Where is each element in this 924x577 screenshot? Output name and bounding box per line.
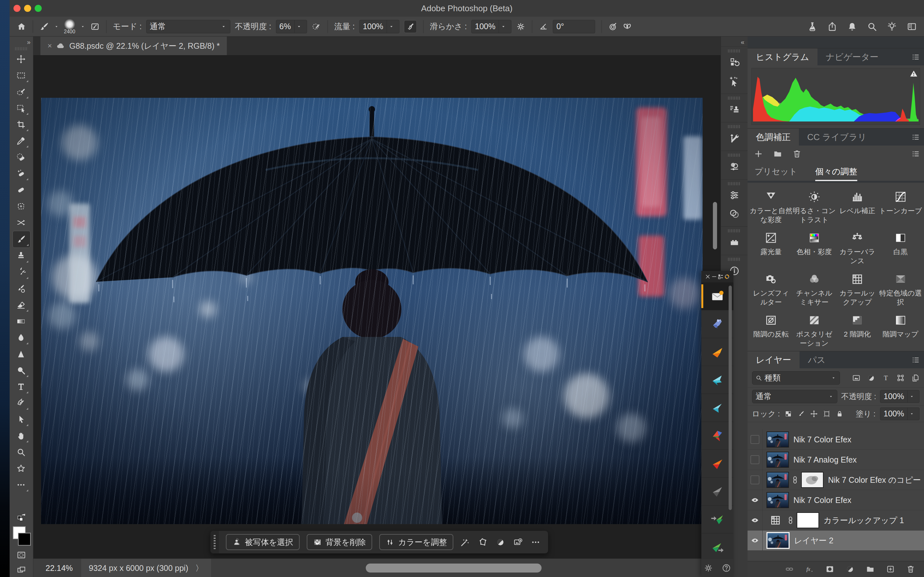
image-plus-icon[interactable] (513, 538, 523, 547)
home-icon[interactable] (17, 22, 26, 31)
layer-thumbnail[interactable] (766, 452, 789, 468)
filter-shape-icon[interactable] (897, 374, 905, 382)
opacity-field[interactable]: 6% (276, 20, 307, 33)
tab-adjustments[interactable]: 色調補正 (748, 129, 799, 146)
ctx-button-remove-bg[interactable]: 背景を削除 (307, 534, 373, 550)
tab-navigator[interactable]: ナビゲーター (817, 48, 887, 66)
chevron-down-icon[interactable] (53, 24, 59, 29)
layer-name[interactable]: Nik 7 Color Efex のコピー (828, 475, 921, 485)
adjustment-gradmap[interactable]: 階調マップ (879, 308, 922, 349)
filter-image-icon[interactable] (852, 374, 861, 382)
workspace-switcher-icon[interactable] (907, 21, 917, 32)
chevron-down-icon[interactable] (907, 390, 916, 403)
tool-dots[interactable] (13, 477, 30, 493)
chevron-right-icon[interactable]: 〉 (195, 563, 204, 574)
layer-row[interactable]: レイヤー 2 (748, 530, 924, 551)
layer-row[interactable]: カラールックアップ 1 (748, 510, 924, 530)
layer-mask-thumbnail[interactable] (801, 472, 824, 488)
tool-dodge[interactable] (13, 362, 30, 379)
pressure-size-icon[interactable] (608, 22, 618, 31)
lock-transparency-icon[interactable] (784, 410, 792, 418)
link-layers-icon[interactable] (785, 565, 794, 574)
document-tab[interactable]: × G88.psdc @ 22.1% (レイヤー 2, RGB/8) * (40, 37, 227, 55)
layer-visibility-empty[interactable] (748, 470, 762, 490)
tool-star[interactable] (13, 460, 30, 477)
layer-visibility-eye-icon[interactable] (748, 490, 762, 510)
tool-stamp[interactable] (13, 248, 30, 264)
tool-heal[interactable] (13, 182, 30, 198)
tool-move[interactable] (13, 51, 30, 67)
dock-grip[interactable] (728, 182, 741, 185)
canvas-area[interactable]: 被写体を選択背景を削除カラーを調整 (33, 55, 720, 558)
layer-thumbnail[interactable] (766, 532, 790, 549)
tab-cc-libraries[interactable]: CC ライブラリ (799, 129, 875, 146)
layer-visibility-empty[interactable] (748, 450, 762, 470)
symmetry-butterfly-icon[interactable] (622, 22, 632, 31)
tab-layers[interactable]: レイヤー (748, 351, 800, 369)
layer-row[interactable]: Nik 7 Color Efex (748, 430, 924, 450)
toolbar-expand-icon[interactable]: » (27, 37, 33, 46)
tool-type[interactable] (13, 379, 30, 395)
notifications-bell-icon[interactable] (847, 21, 857, 32)
tool-remove[interactable] (13, 149, 30, 165)
tool-brush[interactable] (13, 231, 31, 248)
plugins-panel-icon[interactable] (725, 233, 744, 251)
layer-visibility-empty[interactable] (748, 430, 762, 450)
adjustment-scales[interactable]: カラーバランス (836, 226, 879, 267)
dock-grip[interactable] (728, 229, 741, 232)
filter-adjustment-icon[interactable] (867, 374, 875, 382)
dock-grip[interactable] (728, 97, 741, 100)
new-adjustment-layer-icon[interactable] (846, 565, 855, 574)
tool-spot-heal[interactable] (13, 165, 30, 182)
chevron-down-icon[interactable] (387, 20, 396, 33)
tool-selection-brush[interactable] (13, 84, 30, 100)
nik-green-in-item[interactable] (701, 506, 733, 533)
tool-mixer-brush[interactable] (13, 280, 30, 297)
zoom-level[interactable]: 22.14% (33, 564, 73, 573)
sparkle-wand-icon[interactable] (460, 538, 470, 547)
tool-blur[interactable] (13, 330, 30, 346)
panel-menu-icon[interactable] (911, 351, 924, 369)
adjustment-camera[interactable]: レンズフィルター (750, 267, 793, 308)
fill-field[interactable]: 100% (880, 408, 919, 420)
adjustment-posterize[interactable]: ポスタリゼーション (793, 308, 836, 349)
search-icon[interactable] (867, 21, 877, 32)
layer-visibility-eye-icon[interactable] (748, 530, 762, 550)
tool-eyedropper[interactable] (13, 133, 30, 149)
layer-filter-select[interactable]: 種類 (752, 371, 840, 385)
properties-panel-icon[interactable] (725, 186, 744, 205)
lock-position-icon[interactable] (810, 410, 818, 418)
chevron-down-icon[interactable] (907, 408, 916, 420)
tools-panel-icon[interactable] (725, 129, 744, 147)
layer-row[interactable]: Nik 7 Analog Efex (748, 450, 924, 470)
gear-icon[interactable] (516, 22, 525, 31)
tool-pen[interactable] (13, 395, 30, 411)
add-adjustment-icon[interactable] (754, 149, 763, 158)
canvas-image[interactable] (41, 98, 703, 524)
filter-type-icon[interactable]: T (882, 374, 890, 382)
dock-collapse-icon[interactable]: « (721, 37, 748, 47)
layer-name[interactable]: Nik 7 Color Efex (793, 496, 851, 505)
chevron-down-icon[interactable] (294, 20, 304, 33)
lock-artboard-icon[interactable] (823, 410, 830, 418)
adjustment-threshold[interactable]: 2 階調化 (836, 308, 879, 349)
layout-settings-icon[interactable] (717, 274, 724, 280)
adjustment-exposure[interactable]: 露光量 (750, 226, 793, 267)
lock-pixels-icon[interactable] (797, 410, 805, 418)
close-icon[interactable] (704, 274, 711, 280)
mask-link-icon[interactable] (787, 516, 795, 524)
document-info[interactable]: 9324 px x 6000 px (300 ppi) 〉 (81, 559, 211, 577)
gear-icon[interactable] (704, 563, 713, 573)
tab-histogram[interactable]: ヒストグラム (748, 48, 817, 66)
tool-zoom[interactable] (13, 444, 30, 460)
brush-size-preview[interactable]: 2400 (64, 19, 75, 34)
lock-all-icon[interactable] (836, 410, 843, 418)
adjustment-levels[interactable]: レベル補正 (836, 185, 879, 226)
generative-panel-icon[interactable] (725, 72, 744, 90)
ctx-button-adjust-color[interactable]: カラーを調整 (379, 534, 453, 550)
discover-lightbulb-icon[interactable] (887, 21, 897, 32)
layer-name[interactable]: レイヤー 2 (794, 535, 834, 546)
dock-grip[interactable] (728, 125, 741, 128)
taskbar-drag-handle[interactable] (210, 531, 219, 553)
angle-field[interactable]: 0° (553, 20, 595, 33)
